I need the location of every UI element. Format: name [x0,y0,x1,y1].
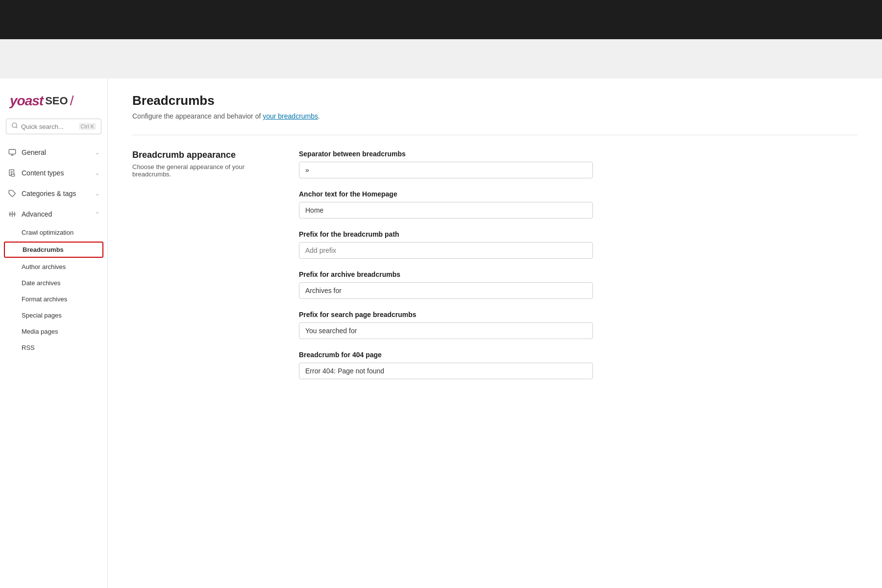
field-group-prefix-search: Prefix for search page breadcrumbs [299,311,593,339]
logo-seo: SEO [45,95,68,107]
tag-icon [8,189,17,198]
document-icon [8,169,17,177]
svg-point-9 [12,214,13,215]
sidebar-item-categories-tags[interactable]: Categories & tags ⌄ [0,183,107,204]
form-right: Separator between breadcrumbs Anchor tex… [299,150,593,391]
section-title: Breadcrumb appearance [132,150,270,160]
sidebar-sub-crawl-optimization[interactable]: Crawl optimization [0,224,107,241]
subtitle-text-before: Configure the appearance and behavior of [132,112,263,120]
field-group-404: Breadcrumb for 404 page [299,351,593,379]
form-left: Breadcrumb appearance Choose the general… [132,150,270,391]
prefix-archive-input[interactable] [299,282,593,299]
field-label-anchor-homepage: Anchor text for the Homepage [299,190,593,198]
subtitle-text-after: . [318,112,320,120]
form-layout: Breadcrumb appearance Choose the general… [132,150,858,391]
section-subtitle: Choose the general appearance of your br… [132,163,270,178]
advanced-icon [8,210,17,219]
anchor-homepage-input[interactable] [299,202,593,219]
search-shortcut: Ctrl K [79,123,97,130]
sidebar-label-categories: Categories & tags [22,190,76,197]
field-label-separator: Separator between breadcrumbs [299,150,593,158]
monitor-icon [8,148,17,157]
chevron-down-icon-3: ⌄ [95,191,99,197]
field-label-prefix-search: Prefix for search page breadcrumbs [299,311,593,318]
sidebar-item-content-types[interactable]: Content types ⌄ [0,163,107,183]
sidebar-sub-breadcrumbs[interactable]: Breadcrumbs [4,242,103,258]
search-bar[interactable]: Ctrl K [6,119,101,134]
sidebar-item-general[interactable]: General ⌄ [0,142,107,163]
main-content: Breadcrumbs Configure the appearance and… [108,78,882,588]
svg-point-10 [14,214,15,215]
chevron-down-icon-2: ⌄ [95,170,99,176]
section-divider [132,135,858,135]
page-subtitle: Configure the appearance and behavior of… [132,112,858,120]
sidebar-sub-rss[interactable]: RSS [0,340,107,356]
field-label-404: Breadcrumb for 404 page [299,351,593,359]
field-label-prefix-path: Prefix for the breadcrumb path [299,230,593,238]
breadcrumb-404-input[interactable] [299,363,593,379]
svg-point-0 [12,123,17,127]
sidebar-sub-date-archives[interactable]: Date archives [0,275,107,291]
sidebar-sub-media-pages[interactable]: Media pages [0,323,107,340]
field-group-prefix-path: Prefix for the breadcrumb path [299,230,593,259]
sidebar-sub-special-pages[interactable]: Special pages [0,307,107,323]
breadcrumbs-link[interactable]: your breadcrumbs [263,112,318,120]
logo: yoast SEO / [0,88,107,119]
search-icon [11,122,18,131]
separator-input[interactable] [299,162,593,178]
sidebar-item-advanced[interactable]: Advanced ⌃ [0,204,107,224]
search-input[interactable] [21,123,76,130]
field-label-prefix-archive: Prefix for archive breadcrumbs [299,270,593,278]
chevron-down-icon: ⌄ [95,149,99,156]
svg-line-1 [16,127,18,128]
svg-point-8 [9,214,11,215]
chevron-up-icon: ⌃ [95,211,99,218]
logo-slash: / [70,93,74,109]
sidebar-sub-author-archives[interactable]: Author archives [0,259,107,275]
field-group-prefix-archive: Prefix for archive breadcrumbs [299,270,593,299]
logo-yoast: yoast [10,93,43,109]
page-title: Breadcrumbs [132,93,858,108]
svg-rect-2 [9,149,15,154]
field-group-anchor-homepage: Anchor text for the Homepage [299,190,593,219]
sidebar-label-content-types: Content types [22,169,64,177]
svg-rect-6 [11,174,15,176]
sidebar-label-general: General [22,148,46,156]
sidebar-sub-format-archives[interactable]: Format archives [0,291,107,307]
prefix-path-input[interactable] [299,242,593,259]
top-bar [0,0,882,39]
sidebar-label-advanced: Advanced [22,210,52,218]
field-group-separator: Separator between breadcrumbs [299,150,593,178]
sidebar: yoast SEO / Ctrl K General [0,78,108,588]
prefix-search-input[interactable] [299,322,593,339]
